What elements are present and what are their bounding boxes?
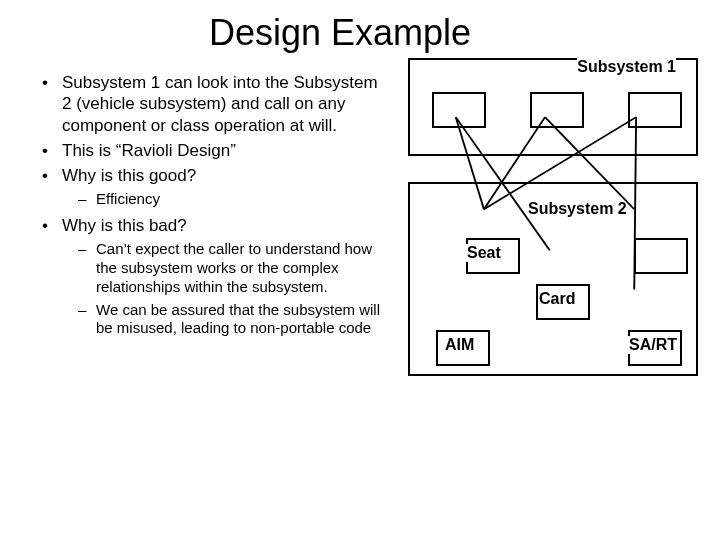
aim-label: AIM <box>444 336 475 354</box>
sub-bullet-item: We can be assured that the subsystem wil… <box>82 301 390 339</box>
bullet-item: Subsystem 1 can look into the Subsystem … <box>48 72 390 136</box>
sart-label: SA/RT <box>628 336 678 354</box>
subsystem2-container: Subsystem 2 Seat Card AIM SA/RT <box>408 182 698 376</box>
subsystem1-box-c <box>628 92 682 128</box>
empty-box-1 <box>634 238 688 274</box>
card-label: Card <box>538 290 576 308</box>
bullet-item: Why is this bad? Can’t expect the caller… <box>48 215 390 338</box>
subsystem1-label: Subsystem 1 <box>577 58 676 76</box>
bullet-item: Why is this good? Efficiency <box>48 165 390 209</box>
bullet-text: Why is this good? <box>62 166 196 185</box>
content-area: Subsystem 1 can look into the Subsystem … <box>0 54 720 344</box>
sub-bullet-item: Efficiency <box>82 190 390 209</box>
seat-label: Seat <box>466 244 502 262</box>
bullet-text: Why is this bad? <box>62 216 187 235</box>
diagram-area: Subsystem 1 Subsystem 2 Seat Card AIM SA… <box>390 54 700 344</box>
subsystem2-label: Subsystem 2 <box>528 200 627 218</box>
subsystem1-box-b <box>530 92 584 128</box>
slide-title: Design Example <box>0 0 720 54</box>
sub-bullet-item: Can’t expect the caller to understand ho… <box>82 240 390 296</box>
subsystem1-box-a <box>432 92 486 128</box>
subsystem1-container: Subsystem 1 <box>408 58 698 156</box>
bullet-item: This is “Ravioli Design” <box>48 140 390 161</box>
bullet-column: Subsystem 1 can look into the Subsystem … <box>20 54 390 344</box>
